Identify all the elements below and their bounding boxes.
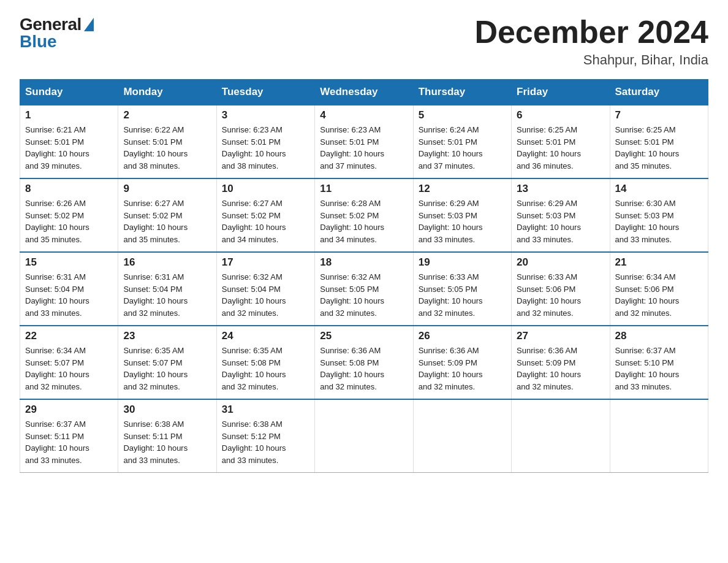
day-number: 11	[320, 183, 408, 195]
calendar-cell: 18 Sunrise: 6:32 AM Sunset: 5:05 PM Dayl…	[315, 252, 413, 326]
day-info: Sunrise: 6:33 AM Sunset: 5:05 PM Dayligh…	[419, 271, 506, 319]
day-number: 21	[615, 256, 703, 269]
day-number: 9	[123, 183, 211, 195]
day-number: 19	[419, 256, 506, 269]
day-info: Sunrise: 6:34 AM Sunset: 5:07 PM Dayligh…	[25, 345, 113, 393]
day-number: 14	[615, 183, 703, 195]
calendar-title: December 2024	[474, 15, 708, 50]
day-info: Sunrise: 6:38 AM Sunset: 5:11 PM Dayligh…	[123, 418, 211, 466]
header-friday: Friday	[512, 80, 610, 105]
day-number: 3	[222, 109, 309, 121]
day-number: 23	[123, 330, 211, 342]
calendar-cell: 13 Sunrise: 6:29 AM Sunset: 5:03 PM Dayl…	[512, 178, 610, 252]
day-info: Sunrise: 6:38 AM Sunset: 5:12 PM Dayligh…	[222, 418, 309, 466]
day-number: 28	[615, 330, 703, 342]
day-number: 20	[517, 256, 604, 269]
day-number: 10	[222, 183, 309, 195]
day-number: 1	[25, 109, 113, 121]
calendar-subtitle: Shahpur, Bihar, India	[474, 52, 708, 68]
calendar-cell: 4 Sunrise: 6:23 AM Sunset: 5:01 PM Dayli…	[315, 105, 413, 178]
day-number: 4	[320, 109, 408, 121]
calendar-cell: 22 Sunrise: 6:34 AM Sunset: 5:07 PM Dayl…	[20, 326, 118, 399]
day-info: Sunrise: 6:31 AM Sunset: 5:04 PM Dayligh…	[25, 271, 113, 319]
day-info: Sunrise: 6:23 AM Sunset: 5:01 PM Dayligh…	[320, 124, 408, 172]
calendar-cell: 21 Sunrise: 6:34 AM Sunset: 5:06 PM Dayl…	[610, 252, 708, 326]
calendar-cell: 20 Sunrise: 6:33 AM Sunset: 5:06 PM Dayl…	[512, 252, 610, 326]
calendar-cell: 6 Sunrise: 6:25 AM Sunset: 5:01 PM Dayli…	[512, 105, 610, 178]
header-monday: Monday	[118, 80, 216, 105]
header-thursday: Thursday	[413, 80, 511, 105]
day-number: 29	[25, 404, 113, 416]
day-info: Sunrise: 6:30 AM Sunset: 5:03 PM Dayligh…	[615, 197, 703, 245]
calendar-cell	[610, 399, 708, 473]
calendar-header-row: Sunday Monday Tuesday Wednesday Thursday…	[20, 80, 708, 105]
calendar-cell: 24 Sunrise: 6:35 AM Sunset: 5:08 PM Dayl…	[216, 326, 314, 399]
calendar-cell: 31 Sunrise: 6:38 AM Sunset: 5:12 PM Dayl…	[216, 399, 314, 473]
day-info: Sunrise: 6:29 AM Sunset: 5:03 PM Dayligh…	[419, 197, 506, 245]
day-info: Sunrise: 6:27 AM Sunset: 5:02 PM Dayligh…	[222, 197, 309, 245]
calendar-cell: 8 Sunrise: 6:26 AM Sunset: 5:02 PM Dayli…	[20, 178, 118, 252]
day-info: Sunrise: 6:22 AM Sunset: 5:01 PM Dayligh…	[123, 124, 211, 172]
day-info: Sunrise: 6:35 AM Sunset: 5:07 PM Dayligh…	[123, 345, 211, 393]
logo-blue-text: Blue	[20, 32, 57, 52]
day-number: 6	[517, 109, 604, 121]
calendar-cell: 30 Sunrise: 6:38 AM Sunset: 5:11 PM Dayl…	[118, 399, 216, 473]
calendar-cell: 27 Sunrise: 6:36 AM Sunset: 5:09 PM Dayl…	[512, 326, 610, 399]
day-info: Sunrise: 6:32 AM Sunset: 5:05 PM Dayligh…	[320, 271, 408, 319]
calendar-week-row: 29 Sunrise: 6:37 AM Sunset: 5:11 PM Dayl…	[20, 399, 708, 473]
day-number: 13	[517, 183, 604, 195]
day-info: Sunrise: 6:28 AM Sunset: 5:02 PM Dayligh…	[320, 197, 408, 245]
day-number: 17	[222, 256, 309, 269]
calendar-week-row: 8 Sunrise: 6:26 AM Sunset: 5:02 PM Dayli…	[20, 178, 708, 252]
day-number: 27	[517, 330, 604, 342]
day-info: Sunrise: 6:33 AM Sunset: 5:06 PM Dayligh…	[517, 271, 604, 319]
day-info: Sunrise: 6:32 AM Sunset: 5:04 PM Dayligh…	[222, 271, 309, 319]
calendar-cell: 7 Sunrise: 6:25 AM Sunset: 5:01 PM Dayli…	[610, 105, 708, 178]
day-info: Sunrise: 6:26 AM Sunset: 5:02 PM Dayligh…	[25, 197, 113, 245]
day-number: 16	[123, 256, 211, 269]
day-number: 5	[419, 109, 506, 121]
day-info: Sunrise: 6:24 AM Sunset: 5:01 PM Dayligh…	[419, 124, 506, 172]
calendar-week-row: 22 Sunrise: 6:34 AM Sunset: 5:07 PM Dayl…	[20, 326, 708, 399]
day-number: 22	[25, 330, 113, 342]
day-number: 24	[222, 330, 309, 342]
calendar-cell: 12 Sunrise: 6:29 AM Sunset: 5:03 PM Dayl…	[413, 178, 511, 252]
page-header: General Blue December 2024 Shahpur, Biha…	[20, 15, 708, 68]
calendar-cell: 3 Sunrise: 6:23 AM Sunset: 5:01 PM Dayli…	[216, 105, 314, 178]
day-info: Sunrise: 6:31 AM Sunset: 5:04 PM Dayligh…	[123, 271, 211, 319]
calendar-cell: 11 Sunrise: 6:28 AM Sunset: 5:02 PM Dayl…	[315, 178, 413, 252]
calendar-cell: 10 Sunrise: 6:27 AM Sunset: 5:02 PM Dayl…	[216, 178, 314, 252]
day-info: Sunrise: 6:34 AM Sunset: 5:06 PM Dayligh…	[615, 271, 703, 319]
calendar-week-row: 15 Sunrise: 6:31 AM Sunset: 5:04 PM Dayl…	[20, 252, 708, 326]
calendar-cell: 19 Sunrise: 6:33 AM Sunset: 5:05 PM Dayl…	[413, 252, 511, 326]
calendar-week-row: 1 Sunrise: 6:21 AM Sunset: 5:01 PM Dayli…	[20, 105, 708, 178]
day-info: Sunrise: 6:25 AM Sunset: 5:01 PM Dayligh…	[517, 124, 604, 172]
calendar-cell: 14 Sunrise: 6:30 AM Sunset: 5:03 PM Dayl…	[610, 178, 708, 252]
header-tuesday: Tuesday	[216, 80, 314, 105]
calendar-table: Sunday Monday Tuesday Wednesday Thursday…	[20, 79, 708, 473]
calendar-cell: 1 Sunrise: 6:21 AM Sunset: 5:01 PM Dayli…	[20, 105, 118, 178]
day-number: 31	[222, 404, 309, 416]
calendar-cell: 9 Sunrise: 6:27 AM Sunset: 5:02 PM Dayli…	[118, 178, 216, 252]
calendar-cell: 25 Sunrise: 6:36 AM Sunset: 5:08 PM Dayl…	[315, 326, 413, 399]
day-info: Sunrise: 6:23 AM Sunset: 5:01 PM Dayligh…	[222, 124, 309, 172]
calendar-cell: 28 Sunrise: 6:37 AM Sunset: 5:10 PM Dayl…	[610, 326, 708, 399]
calendar-cell	[413, 399, 511, 473]
day-number: 15	[25, 256, 113, 269]
header-wednesday: Wednesday	[315, 80, 413, 105]
header-sunday: Sunday	[20, 80, 118, 105]
day-info: Sunrise: 6:25 AM Sunset: 5:01 PM Dayligh…	[615, 124, 703, 172]
day-number: 2	[123, 109, 211, 121]
header-saturday: Saturday	[610, 80, 708, 105]
day-number: 12	[419, 183, 506, 195]
calendar-cell: 23 Sunrise: 6:35 AM Sunset: 5:07 PM Dayl…	[118, 326, 216, 399]
calendar-cell: 29 Sunrise: 6:37 AM Sunset: 5:11 PM Dayl…	[20, 399, 118, 473]
calendar-cell: 26 Sunrise: 6:36 AM Sunset: 5:09 PM Dayl…	[413, 326, 511, 399]
calendar-cell	[315, 399, 413, 473]
calendar-cell: 15 Sunrise: 6:31 AM Sunset: 5:04 PM Dayl…	[20, 252, 118, 326]
day-info: Sunrise: 6:21 AM Sunset: 5:01 PM Dayligh…	[25, 124, 113, 172]
logo: General Blue	[20, 15, 94, 52]
day-info: Sunrise: 6:29 AM Sunset: 5:03 PM Dayligh…	[517, 197, 604, 245]
day-number: 30	[123, 404, 211, 416]
day-number: 18	[320, 256, 408, 269]
